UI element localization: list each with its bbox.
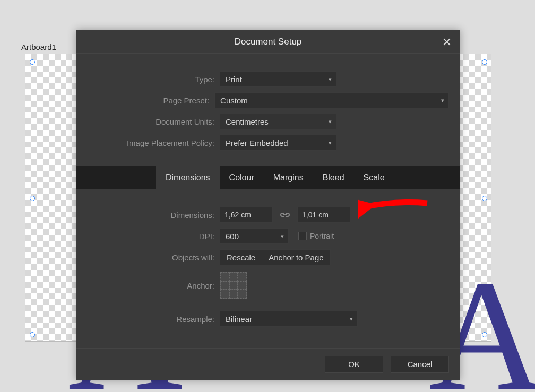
link-icon <box>280 211 290 219</box>
page-preset-value: Custom <box>220 96 248 105</box>
anchor-label: Anchor: <box>87 281 220 290</box>
portrait-label: Portrait <box>310 232 334 240</box>
image-placement-select[interactable]: Prefer Embedded ▾ <box>220 135 336 151</box>
chevron-down-icon: ▾ <box>329 140 332 146</box>
ok-button[interactable]: OK <box>325 356 383 373</box>
dialog-title: Document Setup <box>235 37 302 47</box>
type-label: Type: <box>87 75 220 84</box>
tab-bleed[interactable]: Bleed <box>313 166 354 189</box>
dialog-titlebar: Document Setup <box>76 30 460 54</box>
tab-margins[interactable]: Margins <box>264 166 313 189</box>
tabs-bar: DimensionsColourMarginsBleedScale <box>76 166 460 189</box>
close-icon <box>443 38 451 46</box>
width-input[interactable]: 1,62 cm <box>220 207 273 223</box>
dimensions-panel: Dimensions: 1,62 cm 1,01 cm DPI: 600 ▾ P… <box>76 189 460 340</box>
chevron-down-icon: ▾ <box>281 233 284 240</box>
dpi-value: 600 <box>226 232 239 241</box>
rescale-button[interactable]: Rescale <box>220 249 262 265</box>
height-input[interactable]: 1,01 cm <box>297 207 350 223</box>
document-units-label: Document Units: <box>87 117 220 126</box>
anchor-to-page-button[interactable]: Anchor to Page <box>262 249 330 265</box>
chevron-down-icon: ▾ <box>329 76 332 83</box>
document-units-value: Centimetres <box>226 117 269 126</box>
page-preset-select[interactable]: Custom ▾ <box>214 92 449 108</box>
portrait-checkbox[interactable] <box>298 232 307 240</box>
resample-label: Resample: <box>87 315 220 324</box>
chevron-down-icon: ▾ <box>329 118 332 125</box>
dpi-label: DPI: <box>87 232 220 241</box>
tab-dimensions[interactable]: Dimensions <box>156 166 220 189</box>
resample-value: Bilinear <box>226 315 252 324</box>
objects-will-segmented: Rescale Anchor to Page <box>220 249 331 265</box>
type-select[interactable]: Print ▾ <box>220 71 336 87</box>
artboard-label: Artboard1 <box>21 42 56 51</box>
document-setup-dialog: Document Setup Type: Print ▾ Page Preset… <box>76 30 460 380</box>
page-preset-label: Page Preset: <box>87 96 214 105</box>
dimensions-label: Dimensions: <box>87 211 220 220</box>
dialog-footer: OK Cancel <box>76 348 460 380</box>
setup-top-section: Type: Print ▾ Page Preset: Custom ▾ Docu… <box>76 54 460 166</box>
width-value: 1,62 cm <box>225 211 251 219</box>
height-value: 1,01 cm <box>302 211 329 219</box>
resample-select[interactable]: Bilinear ▾ <box>220 311 358 327</box>
image-placement-label: Image Placement Policy: <box>87 138 220 147</box>
anchor-grid[interactable] <box>220 272 247 299</box>
image-placement-value: Prefer Embedded <box>226 138 288 147</box>
document-units-select[interactable]: Centimetres ▾ <box>220 114 336 129</box>
objects-will-label: Objects will: <box>87 253 220 262</box>
cancel-button[interactable]: Cancel <box>391 356 449 373</box>
dpi-select[interactable]: 600 ▾ <box>220 228 289 244</box>
tab-colour[interactable]: Colour <box>220 166 264 189</box>
chevron-down-icon: ▾ <box>441 97 444 104</box>
close-button[interactable] <box>439 34 454 49</box>
tab-scale[interactable]: Scale <box>354 166 394 189</box>
type-value: Print <box>226 75 242 84</box>
link-dimensions-toggle[interactable] <box>277 207 293 223</box>
canvas-background: Artboard1 A A Document Setup Type: Print… <box>0 0 535 392</box>
chevron-down-icon: ▾ <box>350 316 353 323</box>
